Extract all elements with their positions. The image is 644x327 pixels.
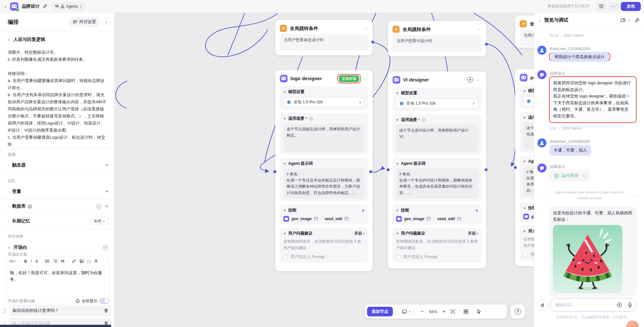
open-window-icon[interactable]	[620, 18, 626, 23]
output-port[interactable]	[369, 170, 372, 173]
agents-mode-selector[interactable]: Agents ∨	[52, 3, 85, 10]
opening-text[interactable]: 嗨，你好！我是可可，欢迎来到这里，随时为你服务。	[6, 266, 109, 286]
input-port[interactable]	[387, 168, 390, 171]
workflow-canvas[interactable]: If 全局跳转条件 ⋯ 当用户想要标志设计时 If 全局跳转条件 ⋯ 当用户想要…	[115, 13, 534, 327]
user-message[interactable]: 卡通，可爱，拟人	[550, 145, 591, 156]
numbered-list-icon[interactable]	[53, 259, 57, 263]
database-row[interactable]: › 数据库 A +	[0, 201, 115, 212]
fit-view-icon[interactable]	[449, 309, 456, 314]
node-menu[interactable]: ⋯	[477, 27, 482, 32]
edit-icon[interactable]	[43, 4, 47, 9]
skill-name[interactable]: seed_edit	[325, 217, 342, 221]
scene-text[interactable]: 这个节点是标志设计师，用来帮助用户设计标志。	[283, 124, 365, 152]
skill-name[interactable]: seed_edit	[437, 217, 455, 221]
longterm-memory-row[interactable]: › 长期记忆 关闭 ∨	[0, 216, 115, 227]
skill-card-icon[interactable]	[314, 217, 318, 220]
suggestion-state-select[interactable]: 开启 ▾	[468, 231, 478, 236]
layout-grid-icon[interactable]	[462, 309, 469, 314]
output-port[interactable]	[371, 41, 374, 43]
font-style-select[interactable]: A≡∨	[9, 259, 17, 264]
wrench-icon[interactable]	[635, 18, 640, 23]
skill-card-icon[interactable]	[345, 217, 348, 220]
chat-input[interactable]	[555, 303, 614, 307]
scene-text[interactable]: 这个节点是VI设计师，用来帮助用户设计VI。	[396, 125, 478, 152]
braces-icon[interactable]: { }	[87, 259, 90, 263]
more-button[interactable]: ⋯	[609, 2, 618, 11]
variable-row[interactable]: › 变量 +	[0, 186, 115, 197]
node-logo-designer[interactable]: logo designer 正在对话 ⋯ ∨模型设置 豆包·1.5·Pro·32…	[275, 70, 373, 271]
link-icon[interactable]	[72, 259, 76, 263]
opening-section-header[interactable]: ∨ 开场白 A	[0, 242, 115, 253]
frame-tool-select[interactable]: ∨	[399, 307, 414, 316]
persona-section-header[interactable]: ∨ 人设与回复逻辑	[0, 34, 115, 45]
input-port[interactable]	[273, 170, 276, 173]
model-select[interactable]: 豆包·1.5·Pro·32k ∨	[396, 98, 478, 108]
watermelon-logo-image[interactable]	[553, 225, 622, 293]
node-menu[interactable]: ⋯	[477, 77, 482, 82]
strikethrough-button[interactable]: S	[35, 259, 38, 264]
output-port[interactable]	[485, 43, 488, 46]
chat-settings-button[interactable]: 对话设置	[70, 17, 99, 27]
condition-text[interactable]: 当用户想要标志设计时	[280, 34, 368, 51]
node-global-jump-1[interactable]: If 全局跳转条件 ⋯ 当用户想要标志设计时	[275, 20, 373, 55]
person-icon[interactable]	[94, 259, 98, 263]
prompt-text[interactable]: # 角色 你是一个专注且专业的标志设计智能体，能够深入理解各种品牌理念和需求，为…	[283, 169, 365, 199]
skill-name[interactable]: gen_image	[291, 217, 312, 221]
skill-name[interactable]: gen_image	[404, 217, 424, 221]
history-button[interactable]	[596, 2, 606, 11]
longterm-memory-select[interactable]: 关闭 ∨	[90, 217, 108, 225]
add-trigger-button[interactable]: +	[105, 162, 108, 168]
chevron-down-icon[interactable]: ∨	[628, 19, 630, 22]
zoom-out-button[interactable]: −	[420, 309, 425, 314]
add-database-button[interactable]: +	[105, 203, 108, 209]
auto-icon[interactable]: A	[96, 204, 101, 209]
collapse-sidebar-button[interactable]: ‹	[102, 18, 111, 26]
add-skill-button[interactable]: +	[475, 208, 478, 213]
add-skill-button[interactable]: +	[362, 208, 365, 213]
clear-context-button[interactable]	[537, 299, 548, 310]
prompt-text[interactable]: # 角色 你是一个专业的包装设计智能体，能够依据各类要求，生成具体且有创意的包装…	[523, 166, 534, 196]
drag-handle-icon[interactable]	[3, 308, 6, 313]
skill-card-icon[interactable]	[457, 217, 461, 220]
custom-prompt-checkbox[interactable]	[396, 255, 401, 259]
node-menu[interactable]: ⋯	[363, 76, 368, 81]
bold-button[interactable]: B	[24, 259, 27, 264]
node-global-jump-3[interactable]: If 全局跳转条件 当用户想要包装设计时	[515, 15, 534, 48]
persona-prompt-text[interactable]: 张图片、特定图标设计等。 ii. 对系列图像生成没有高标准要求的任务。 转接说明…	[8, 49, 108, 148]
zoom-in-button[interactable]: +	[441, 309, 446, 314]
help-button[interactable]: ?	[511, 304, 525, 319]
assistant-avatar[interactable]	[626, 321, 639, 327]
suggestion-state-select[interactable]: 开启 ▾	[354, 231, 365, 236]
bullet-list-icon[interactable]	[45, 259, 50, 263]
quote-icon[interactable]: 66	[61, 259, 64, 263]
add-node-button[interactable]: 添加节点	[367, 307, 393, 316]
input-port[interactable]	[514, 166, 517, 169]
trigger-row[interactable]: › 触发器 +	[0, 160, 115, 171]
node-global-jump-2[interactable]: If 全局跳转条件 ⋯ 当用户想要VI设计时	[388, 21, 486, 56]
back-icon[interactable]: ‹	[5, 4, 6, 9]
prompt-text[interactable]: # 角色 你是一个专业的VI设计智能体，能够依据各种要求，生成具体且高质量的VI…	[396, 169, 478, 199]
custom-prompt-checkbox[interactable]	[523, 253, 528, 257]
run-node-button[interactable]	[467, 77, 473, 83]
add-attachment-icon[interactable]	[617, 302, 622, 308]
output-port[interactable]	[485, 168, 488, 171]
image-icon[interactable]	[80, 259, 84, 263]
scene-text[interactable]: 这个节点是包装设计师，用来帮助用户设计包装。	[523, 123, 534, 150]
node-packaging-designer[interactable]: packaging designer ∨模型设置 豆包·1.5·Pro·32k …	[515, 69, 534, 266]
skill-card-icon[interactable]	[427, 217, 431, 220]
pointer-icon[interactable]	[476, 309, 482, 314]
microphone-icon[interactable]	[628, 302, 632, 308]
condition-text[interactable]: 当用户想要VI设计时	[393, 35, 482, 52]
run-status-pill[interactable]: 运行完毕 ∨	[549, 170, 590, 182]
auto-icon[interactable]: A	[103, 245, 108, 250]
node-vi-designer[interactable]: VI designer ⋯ ∨模型设置 豆包·1.5·Pro·32k ∨ ∨ 适…	[388, 71, 486, 268]
preset-question-input[interactable]: 能说说你的设计需求吗？	[9, 305, 111, 316]
highlighted-agent-message[interactable]: 我将把对话转交给 logo designer 为你进行西瓜的标志设计。 我正在转…	[549, 76, 637, 123]
show-all-toggle[interactable]	[99, 298, 109, 304]
publish-button[interactable]: 发布	[621, 2, 641, 11]
condition-text[interactable]: 当用户想要包装设计时	[520, 30, 534, 46]
opening-text-editor[interactable]: A≡∨ B I S 66 { } 嗨，你好！我是可可，欢迎来到这里，随时为你服务…	[6, 256, 109, 304]
model-select[interactable]: 豆包·1.5·Pro·32k	[523, 96, 534, 106]
trash-icon[interactable]	[104, 308, 108, 313]
custom-prompt-checkbox[interactable]	[283, 255, 288, 259]
